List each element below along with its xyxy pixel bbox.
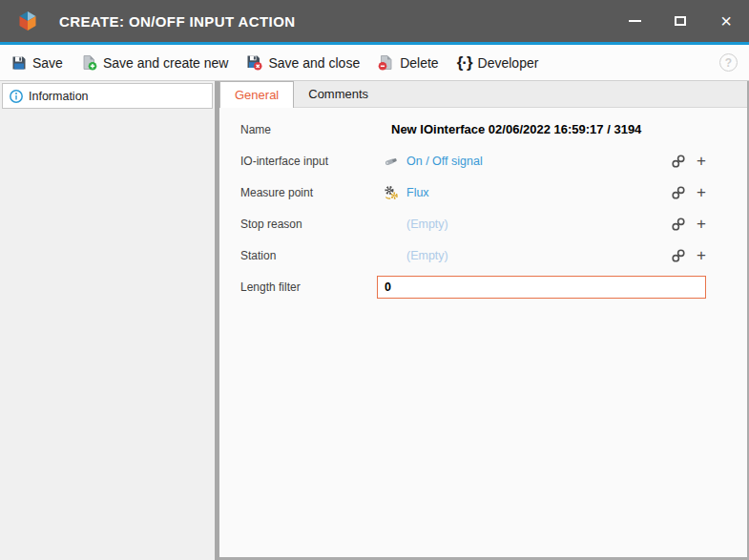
save-create-new-icon — [81, 54, 97, 71]
save-and-create-new-button[interactable]: Save and create new — [81, 54, 229, 71]
link-record-icon[interactable] — [671, 217, 686, 232]
developer-braces-icon: {·} — [457, 53, 472, 73]
save-icon — [11, 55, 27, 71]
add-record-icon[interactable]: + — [697, 247, 706, 263]
io-interface-input-link[interactable]: On / Off signal — [406, 155, 483, 168]
delete-label: Delete — [400, 55, 438, 71]
help-icon[interactable]: ? — [719, 53, 738, 72]
tab-comments-label: Comments — [308, 87, 368, 101]
form-row-name: Name New IOinterface 02/06/2022 16:59:17… — [219, 114, 747, 145]
window-title: CREATE: ON/OFF INPUT ACTION — [59, 13, 612, 30]
window-controls: × — [612, 0, 749, 42]
dialog-window: CREATE: ON/OFF INPUT ACTION × Save — [0, 0, 749, 560]
tabstrip: General Comments — [219, 81, 747, 108]
tab-general-label: General — [235, 88, 279, 102]
link-record-icon[interactable] — [671, 185, 686, 200]
link-record-icon[interactable] — [671, 154, 686, 169]
save-and-close-button[interactable]: Save and close — [246, 54, 360, 71]
detail-panel: General Comments Name New IOinterface 02… — [219, 81, 749, 560]
length-filter-input[interactable] — [377, 276, 706, 299]
stop-reason-value[interactable]: (Empty) — [406, 218, 448, 231]
maximize-icon — [675, 16, 686, 26]
name-value: New IOinterface 02/06/2022 16:59:17 / 31… — [384, 122, 641, 136]
link-record-icon[interactable] — [671, 248, 686, 263]
gears-icon — [384, 185, 399, 200]
information-panel-header[interactable]: Information — [2, 83, 213, 109]
field-label: Name — [240, 123, 384, 136]
delete-icon — [378, 54, 394, 71]
save-and-create-new-label: Save and create new — [103, 55, 229, 71]
save-and-close-label: Save and close — [268, 55, 360, 71]
station-value[interactable]: (Empty) — [406, 249, 448, 262]
form-row-stop-reason: Stop reason (Empty) + — [219, 208, 747, 239]
field-label: IO-interface input — [240, 155, 384, 168]
field-label: Station — [240, 249, 384, 262]
main-area: Information General Comments Name New IO — [0, 81, 749, 560]
information-panel-label: Information — [29, 90, 89, 103]
save-label: Save — [32, 55, 63, 71]
developer-button[interactable]: {·} Developer — [457, 53, 539, 73]
add-record-icon[interactable]: + — [697, 184, 706, 200]
titlebar: CREATE: ON/OFF INPUT ACTION × — [0, 0, 749, 42]
add-record-icon[interactable]: + — [697, 153, 706, 169]
tab-general[interactable]: General — [219, 81, 294, 108]
form-row-io-interface-input: IO-interface input On / Off si — [219, 145, 747, 176]
field-label: Measure point — [240, 186, 384, 199]
maximize-button[interactable] — [657, 0, 703, 42]
close-icon: × — [720, 11, 732, 31]
sensor-icon — [384, 154, 399, 169]
info-icon — [9, 89, 24, 104]
minimize-icon — [629, 20, 641, 22]
information-panel: Information — [0, 81, 215, 560]
toolbar: Save Save and create new Save and close — [0, 45, 749, 81]
form-row-station: Station (Empty) + — [219, 239, 747, 271]
save-close-icon — [246, 54, 262, 71]
field-label: Stop reason — [240, 218, 384, 231]
tab-comments[interactable]: Comments — [294, 81, 383, 107]
close-button[interactable]: × — [703, 0, 749, 42]
minimize-button[interactable] — [612, 0, 657, 42]
delete-button[interactable]: Delete — [378, 54, 438, 71]
save-button[interactable]: Save — [11, 55, 63, 71]
measure-point-link[interactable]: Flux — [406, 186, 429, 199]
general-tab-content: Name New IOinterface 02/06/2022 16:59:17… — [219, 108, 747, 557]
app-logo-cube-icon — [15, 9, 40, 33]
add-record-icon[interactable]: + — [697, 216, 706, 232]
form-row-length-filter: Length filter — [219, 271, 747, 302]
developer-label: Developer — [478, 55, 539, 71]
form-row-measure-point: Measure point — [219, 176, 747, 208]
field-label: Length filter — [240, 280, 384, 294]
